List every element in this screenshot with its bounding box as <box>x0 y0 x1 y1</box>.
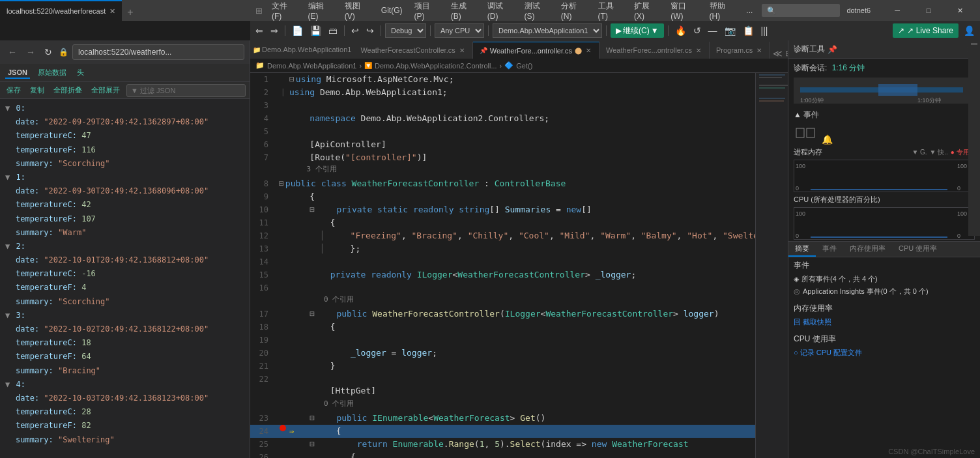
toolbar-btn6[interactable]: ||| <box>758 24 771 37</box>
raw-tab[interactable]: 原始数据 <box>35 66 69 79</box>
tab-weatherforecast-cs[interactable]: WeatherForecastController.cs ✕ <box>354 42 472 59</box>
diag-tab-memory[interactable]: 内存使用率 <box>843 242 892 257</box>
build-config-dropdown[interactable]: Debug <box>385 23 426 38</box>
toolbar-save[interactable]: 💾 <box>308 24 324 37</box>
collapse-4[interactable]: ▼ <box>5 380 10 389</box>
close-button[interactable]: ✕ <box>945 1 975 20</box>
menu-more[interactable]: ... <box>743 5 755 16</box>
menu-test[interactable]: 测试(S) <box>522 0 552 22</box>
minimize-button[interactable]: ─ <box>882 1 912 20</box>
list-item: date: "2022-09-29T20:49:42.1362897+08:00… <box>0 115 250 171</box>
editor-tabs: 📁 Demo.Abp.WebApplication1 WeatherForeca… <box>250 40 788 59</box>
session-info: 诊断会话: 1:16 分钟 <box>788 61 980 75</box>
json-filter-input[interactable] <box>126 84 246 97</box>
tab-close3[interactable]: ✕ <box>755 46 763 55</box>
nav-forward-btn[interactable]: → <box>23 46 38 59</box>
tab-weatherforecast2-cs[interactable]: WeatherForec...ontroller.cs ✕ <box>599 42 710 59</box>
toolbar-btn2[interactable]: ↺ <box>691 24 704 37</box>
list-item: ▼ 3: <box>0 309 250 322</box>
project-dropdown[interactable]: Demo.Abp.WebApplication1 <box>493 23 602 38</box>
memory-snapshot-btn[interactable]: 回 截取快照 <box>794 316 975 328</box>
list-item: date: "2022-10-03T20:49:42.1368123+08:00… <box>0 392 250 447</box>
list-item: date: "2022-10-02T20:49:42.1368122+08:00… <box>0 322 250 378</box>
live-share-button[interactable]: ↗ ↗ Live Share <box>893 23 958 38</box>
menu-project[interactable]: 项目(P) <box>412 0 442 22</box>
memory-usage-title: 内存使用率 <box>794 303 975 314</box>
diag-tab-summary[interactable]: 摘要 <box>788 242 816 257</box>
code-editor[interactable]: 1 ⊟using Microsoft.AspNetCore.Mvc; 2 │ u… <box>250 73 755 458</box>
code-line-16: 16 <box>250 281 755 294</box>
new-tab-button[interactable]: + <box>122 4 138 21</box>
tab-label: localhost:5220/weatherforecast <box>7 7 106 15</box>
maximize-button[interactable]: □ <box>914 1 944 20</box>
toolbar-saveall[interactable]: 🗃 <box>326 24 340 37</box>
menu-help[interactable]: 帮助(H) <box>707 0 738 22</box>
save-btn[interactable]: 保存 <box>4 84 23 96</box>
tabs-extra-arrows[interactable]: ≪ <box>773 48 783 59</box>
code-line-17: 17 ⊟ public WeatherForecastController(IL… <box>250 308 755 321</box>
menu-build[interactable]: 生成(B) <box>448 0 478 22</box>
tab-program-cs[interactable]: Program.cs ✕ <box>710 42 770 59</box>
collapse-2[interactable]: ▼ <box>5 242 10 251</box>
collapse-0[interactable]: ▼ <box>5 104 10 113</box>
headers-tab[interactable]: 头 <box>74 66 87 79</box>
menu-git[interactable]: Git(G) <box>379 5 405 16</box>
collapse-3[interactable]: ▼ <box>5 311 10 320</box>
run-button[interactable]: ▶ 继续(C) ▼ <box>611 23 664 38</box>
toolbar-btn3[interactable]: — <box>706 24 720 37</box>
menu-analyze[interactable]: 分析(N) <box>558 0 589 22</box>
breakpoint-24[interactable] <box>280 425 286 431</box>
menu-extensions[interactable]: 扩展(X) <box>631 0 661 22</box>
nav-refresh-btn[interactable]: ↻ <box>42 46 55 59</box>
menu-edit[interactable]: 编辑(E) <box>306 0 336 22</box>
toolbar-btn4[interactable]: 📷 <box>722 24 738 37</box>
platform-dropdown[interactable]: Any CPU <box>435 23 484 38</box>
toolbar-redo[interactable]: ↪ <box>364 24 377 37</box>
code-line-11: 11 { <box>250 216 755 229</box>
address-bar[interactable] <box>72 44 244 60</box>
collapse-all-btn[interactable]: 全部折叠 <box>51 84 85 96</box>
vs-search-input[interactable] <box>762 4 840 17</box>
tab-label3: Program.cs <box>716 46 753 54</box>
diagnostics-header: 诊断工具 📌 ✕ <box>788 40 980 59</box>
cpu-profile-btn[interactable]: ○ 记录 CPU 配置文件 <box>794 347 975 359</box>
toolbar-btn1[interactable]: 🔥 <box>672 24 689 37</box>
tab-close-active[interactable]: ✕ <box>584 46 592 55</box>
diag-tab-cpu[interactable]: CPU 使用率 <box>892 242 944 257</box>
right-sidebar <box>968 40 980 236</box>
browser-tab[interactable]: localhost:5220/weatherforecast ✕ <box>0 0 122 21</box>
code-line-10: 10 ⊟ private static readonly string[] Su… <box>250 203 755 216</box>
menu-debug[interactable]: 调试(D) <box>485 0 515 22</box>
menu-view[interactable]: 视图(V) <box>342 0 372 22</box>
breadcrumb-method[interactable]: Get() <box>516 62 532 70</box>
tab-close2[interactable]: ✕ <box>695 46 702 55</box>
tab-close[interactable]: ✕ <box>458 46 466 55</box>
json-tab[interactable]: JSON <box>5 67 30 79</box>
diag-pin-btn[interactable]: 📌 <box>828 45 837 54</box>
toolbar-forward[interactable]: ⇒ <box>268 24 281 37</box>
breadcrumb-dropdown[interactable]: 🔽 <box>364 62 372 69</box>
collapse-1[interactable]: ▼ <box>5 173 10 182</box>
breadcrumb-class[interactable]: Demo.Abp.WebApplication2.Controll... <box>375 62 497 70</box>
svg-text:100: 100 <box>957 163 967 169</box>
nav-back-btn[interactable]: ← <box>5 46 20 59</box>
menu-window[interactable]: 窗口(W) <box>668 0 700 22</box>
menu-tools[interactable]: 工具(T) <box>596 0 626 22</box>
code-line-12: 12 │ "Freezing", "Bracing", "Chilly", "C… <box>250 229 755 242</box>
tab-label-active: WeatherFore...ontroller.cs <box>490 47 572 55</box>
svg-rect-18 <box>811 189 947 190</box>
toolbar-back[interactable]: ⇐ <box>253 24 266 37</box>
toolbar-undo[interactable]: ↩ <box>349 24 362 37</box>
toolbar-btn5[interactable]: 📋 <box>740 24 757 37</box>
event-icon-all: ◈ <box>794 275 799 283</box>
tab-weatherforecast-active[interactable]: 📌 WeatherFore...ontroller.cs ⬤ ✕ <box>473 42 599 59</box>
expand-all-btn[interactable]: 全部展开 <box>89 84 122 96</box>
toolbar-user[interactable]: 👤 <box>961 24 977 37</box>
diag-tab-events[interactable]: 事件 <box>816 242 843 257</box>
tab-close-btn[interactable]: ✕ <box>109 7 115 16</box>
toolbar-newfile[interactable]: 📄 <box>289 24 306 37</box>
code-minimap[interactable] <box>755 73 788 458</box>
breadcrumb-project[interactable]: Demo.Abp.WebApplication1 <box>267 62 356 70</box>
menu-file[interactable]: 文件(F) <box>269 0 299 22</box>
copy-btn[interactable]: 复制 <box>27 84 47 96</box>
